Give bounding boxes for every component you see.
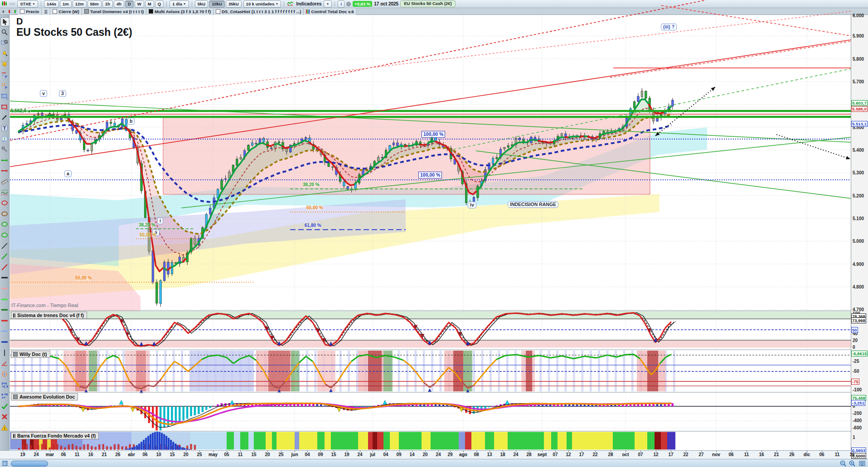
panel-header-2[interactable]: Willy Doc (t) [11,351,50,358]
price-tick: 5.700 [853,79,864,84]
day-tick: 17 [579,452,584,457]
trend-arrow-tool-icon[interactable] [0,113,9,121]
hline-black-tool-icon[interactable] [0,274,9,282]
hline-red-tool-icon[interactable] [0,317,9,325]
month-tick: may [209,452,218,457]
ruler-tool-icon[interactable] [0,178,9,186]
hline-pink-tool-icon[interactable] [0,284,9,293]
panel-value-tag: 73,968 [851,318,866,323]
zoom-area-tool-icon[interactable] [0,39,9,47]
check-tool-icon[interactable] [0,402,9,410]
hline-lightblue-tool-icon[interactable] [0,327,9,335]
fit-content-icon[interactable] [858,460,865,467]
note-bubble-tool-icon[interactable]: T [0,135,9,143]
panel-header-4[interactable]: Barra Fuerza Fondo Mercado v4 (f) [11,432,99,439]
wave-label-a[interactable]: a [64,170,72,177]
month-tick: oct [622,452,629,457]
svg-text:F: F [5,86,7,89]
zoom-out-icon[interactable] [839,460,846,467]
wave-label-iv[interactable]: iv [468,202,476,208]
svg-text:!: ! [4,426,5,430]
hline-darkgreen-tool-icon[interactable] [0,306,9,314]
drawing-toolbar: FF++++TTº+3+4+2 5a +bc+! [0,15,10,459]
vline-tool-icon[interactable] [0,349,9,357]
cursor-tool-icon[interactable] [0,17,10,26]
grid-icon[interactable] [1,460,8,467]
panel-value-tag: -3,251 [851,400,865,406]
day-tick: 13 [487,452,492,457]
zoom-tool-icon[interactable] [0,28,9,36]
hline-lightgreen-tool-icon[interactable] [0,295,9,303]
day-tick: 18 [500,452,505,457]
line-tool-icon[interactable] [0,242,9,250]
alarm-tool-icon[interactable] [0,60,9,68]
alert-cursor-tool-icon[interactable] [0,49,9,58]
panel-header-1[interactable]: Sistema de trenes Doc v4 (f f) [11,312,87,319]
rect-blue-tool-icon[interactable]: ++ [0,92,9,100]
day-tick: 04 [305,452,310,457]
time-axis[interactable]: 1924mar0611162126abr0610152025may0511152… [0,450,851,459]
fib-level-label: 50,00 % [75,275,92,280]
fib-100pct-label[interactable]: 100,00 % [422,131,445,138]
day-tick: 26 [789,452,794,457]
ellipse-red-tool-icon[interactable] [0,199,9,207]
price-tick: 5.300 [853,170,864,175]
delete-tool-icon[interactable] [0,413,9,421]
day-tick: 19 [20,452,25,457]
wave-label-b[interactable]: b [127,118,135,125]
day-tick: 29 [447,452,452,457]
hline-darkblue-tool-icon[interactable] [0,338,9,346]
panel-bars-icon [13,434,15,438]
warning-tool-icon[interactable]: ! [0,424,9,432]
day-tick: 16 [759,452,764,457]
fib-level-label: 38,20 % [139,222,155,227]
panel-header-3[interactable]: Awesome Evolution Doc [11,393,78,400]
day-tick: 12 [566,452,571,457]
ellipse-green-tool-icon[interactable] [0,220,9,228]
segment-green-tool-icon[interactable] [0,156,9,164]
svg-text:a +b: a +b [1,393,8,396]
month-tick: jul [370,452,375,457]
scrollbar-thumb[interactable] [11,461,48,467]
text-tool-icon[interactable]: T [0,124,9,132]
pattern-tool-icon[interactable] [0,188,9,197]
fib-100pct-label[interactable]: 100,00 % [418,172,442,178]
day-tick: 28 [608,452,613,457]
day-tick: 20 [183,452,188,457]
rect-red-tool-icon[interactable]: ++ [0,103,9,111]
fibonacci-tool-icon[interactable]: F [0,71,9,79]
fibonacci-dash-tool-icon[interactable]: F [0,82,9,90]
ellipse-green2-tool-icon[interactable] [0,231,9,239]
line-red-tool-icon[interactable] [0,263,9,271]
panel-value-tag: 50 [851,327,858,333]
day-tick: 07 [553,452,558,457]
svg-text:+2 5: +2 5 [2,385,8,388]
wave-iii-label[interactable]: (iii) ? [661,24,677,30]
price-axis[interactable]: 6.0005.9005.8005.7005.6005.5005.4005.300… [851,15,868,450]
month-tick: nov [712,452,720,457]
svg-text:c+: c+ [2,396,5,399]
fib-level-label: 61,80 % [305,223,321,228]
anchor-tool-icon[interactable] [0,145,9,154]
zoom-in-icon[interactable] [849,460,855,467]
formula-b-tool-icon[interactable]: a +bc+ [0,391,9,400]
wave-label-i[interactable]: i [157,217,163,224]
day-tick: 04 [383,452,388,457]
price-chart-canvas[interactable] [0,0,868,467]
angle-tool-icon[interactable]: º [0,359,9,367]
day-tick: 24 [357,452,362,457]
circle-plus-tool-icon[interactable]: + [0,370,9,378]
day-tick: 25 [278,452,283,457]
panel-scale-tick: 0 [853,345,855,350]
day-tick: 21 [774,452,779,457]
wave-label-3[interactable]: 3 [59,90,66,97]
chart-title: EU Stocks 50 Cash (2€) [16,26,132,39]
ellipse-brown-tool-icon[interactable] [0,210,9,218]
wave-label-v[interactable]: v [40,90,47,97]
formula-a-tool-icon[interactable]: 3+4+2 5 [0,380,9,389]
segment-red-tool-icon[interactable] [0,167,9,175]
panel-bars-icon [13,313,15,318]
svg-text:+: + [6,97,8,100]
line-green-tool-icon[interactable] [0,252,9,260]
indecision-range-label[interactable]: INDECISION RANGE [508,201,558,208]
